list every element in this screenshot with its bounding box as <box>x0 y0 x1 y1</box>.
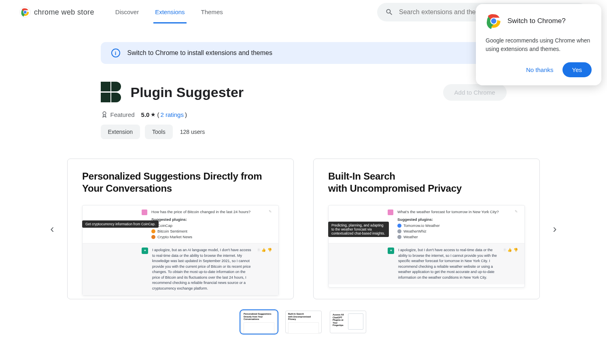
thumb-3[interactable]: Access All ChatGPT Plugins at Your Finge… <box>330 311 366 333</box>
switch-to-chrome-dialog: Switch to Chrome? Google recommends usin… <box>476 4 601 85</box>
switch-banner: i Switch to Chrome to install extensions… <box>101 42 507 64</box>
carousel-next[interactable]: › <box>547 221 562 237</box>
paren-open: ( <box>157 111 159 118</box>
plugin-icon <box>151 229 155 233</box>
slide-2-body: What's the weather forecast for tomorrow… <box>328 205 525 288</box>
plugin-icon <box>151 235 155 239</box>
dialog-header: Switch to Chrome? <box>486 13 592 29</box>
slide-1: Personalized Suggestions Directly from Y… <box>67 159 294 299</box>
dialog-title: Switch to Chrome? <box>507 17 566 25</box>
slide-2: Built-In Search with Uncompromised Priva… <box>313 159 540 299</box>
slide-1-reply-row: ✦ I apologize, but as an AI language mod… <box>83 243 278 295</box>
paren-close: ) <box>185 111 187 118</box>
users-count: 128 users <box>180 129 205 135</box>
slide-1-body: How has the price of Bitcoin changed in … <box>82 205 279 296</box>
chrome-store-icon <box>19 6 31 18</box>
user-avatar-icon <box>388 210 393 215</box>
slide-1-plugins: CoinCap Bitcoin Sentiment Crypto Market … <box>151 223 265 239</box>
plugin-name: CoinCap <box>157 223 172 228</box>
slide-2-reply-row: ✦ I apologize, but I don't have access t… <box>329 243 524 284</box>
slide-2-suggested-label: Suggested plugins: <box>397 217 511 222</box>
chips-row: Extension Tools 128 users <box>101 125 507 139</box>
extension-logo <box>101 82 122 103</box>
carousel-prev[interactable]: ‹ <box>45 221 60 237</box>
reaction-icons: ⎘👍👎 <box>258 248 272 291</box>
screenshot-carousel: ‹ Personalized Suggestions Directly from… <box>45 159 562 299</box>
store-name: chrome web store <box>34 8 94 17</box>
chrome-icon <box>486 13 502 29</box>
slide-2-title: Built-In Search with Uncompromised Priva… <box>328 170 525 195</box>
plugin-name: WeatherWhiz <box>403 229 427 233</box>
nav-discover[interactable]: Discover <box>114 1 140 23</box>
nav-themes[interactable]: Themes <box>200 1 225 23</box>
thumb-1[interactable]: Personalized Suggestions Directly from Y… <box>241 311 277 333</box>
extension-meta: Featured 5.0 ★ (2 ratings) <box>101 111 507 118</box>
dialog-body: Google recommends using Chrome when usin… <box>486 36 592 53</box>
rating[interactable]: 5.0 ★ (2 ratings) <box>141 111 187 118</box>
search-icon <box>385 8 393 16</box>
slide-2-tooltip: Predicting, planning, and adapting to th… <box>328 222 389 237</box>
chip-extension[interactable]: Extension <box>101 125 140 139</box>
slide-1-title: Personalized Suggestions Directly from Y… <box>82 170 279 195</box>
slide-1-suggested-label: Suggested plugins: <box>151 217 265 222</box>
add-to-chrome-button[interactable]: Add to Chrome <box>443 84 507 101</box>
plugin-name: Weather <box>403 235 418 239</box>
nav: Discover Extensions Themes <box>114 1 225 23</box>
star-icon: ★ <box>151 111 156 118</box>
slides: Personalized Suggestions Directly from Y… <box>67 159 540 299</box>
svg-point-3 <box>103 112 106 115</box>
nav-extensions[interactable]: Extensions <box>153 1 186 23</box>
plugin-icon <box>397 224 401 228</box>
info-icon: i <box>111 49 120 57</box>
rating-value: 5.0 <box>141 111 150 118</box>
extension-title: Plugin Suggester <box>131 85 244 100</box>
slide-2-question: What's the weather forecast for tomorrow… <box>397 210 511 214</box>
slide-1-question: How has the price of Bitcoin changed in … <box>151 210 265 214</box>
banner-text: Switch to Chrome to install extensions a… <box>127 49 272 57</box>
slide-2-plugins: Tomorrow.io Weather WeatherWhiz Weather <box>397 223 511 239</box>
store-logo-wrap[interactable]: chrome web store <box>19 6 94 18</box>
dialog-actions: No thanks Yes <box>486 62 592 77</box>
plugin-icon <box>397 229 401 233</box>
plugin-name: Crypto Market News <box>157 235 192 239</box>
chip-tools[interactable]: Tools <box>145 125 173 139</box>
thumbnails: Personalized Suggestions Directly from Y… <box>0 311 607 333</box>
plugin-icon <box>397 235 401 239</box>
extension-header: Plugin Suggester Add to Chrome <box>101 82 507 103</box>
plugin-name: Tomorrow.io Weather <box>403 223 440 228</box>
assistant-avatar-icon: ✦ <box>388 248 394 254</box>
slide-1-reply: I apologize, but as an AI language model… <box>152 248 254 291</box>
yes-button[interactable]: Yes <box>562 62 592 77</box>
edit-icon: ✎ <box>269 210 272 239</box>
featured-label: Featured <box>110 111 135 118</box>
ratings-count-link[interactable]: 2 ratings <box>160 111 184 118</box>
slide-2-reply: I apologize, but I don't have access to … <box>398 248 500 280</box>
featured-badge: Featured <box>101 111 135 118</box>
ribbon-icon <box>101 111 108 118</box>
no-thanks-button[interactable]: No thanks <box>526 66 554 73</box>
plugin-name: Bitcoin Sentiment <box>157 229 187 233</box>
edit-icon: ✎ <box>515 210 518 239</box>
assistant-avatar-icon: ✦ <box>142 248 148 254</box>
user-avatar-icon <box>142 210 147 215</box>
reaction-icons: ⎘👍👎 <box>504 248 518 280</box>
thumb-2[interactable]: Built-In Search with Uncompromised Priva… <box>285 311 322 333</box>
slide-1-tooltip: Get cryptocurrency information from Coin… <box>82 220 159 228</box>
